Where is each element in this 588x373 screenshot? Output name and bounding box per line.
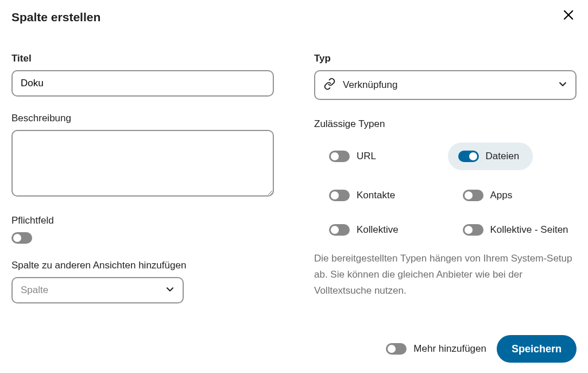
allowed-type-apps[interactable]: Apps [448,186,577,205]
allowed-type-url[interactable]: URL [314,143,443,170]
right-column: Typ Verknüpfung Zulässige Typen URL [314,53,577,320]
allowed-type-label: Kollektive - Seiten [490,224,568,236]
allowed-type-label: Apps [490,190,513,201]
allowed-type-kontakte[interactable]: Kontakte [314,186,443,205]
type-label: Typ [314,53,577,64]
allowed-type-label: Kollektive [357,224,399,236]
type-value: Verknüpfung [343,79,397,91]
allowed-type-label: URL [357,151,376,162]
allowed-type-label: Kontakte [357,190,395,201]
toggle-kollektive[interactable] [329,224,350,236]
chevron-down-icon [165,284,175,296]
toggle-dateien[interactable] [458,151,479,162]
add-to-views-label: Spalte zu anderen Ansichten hinzufügen [11,260,274,271]
type-select[interactable]: Verknüpfung [314,70,577,100]
description-input[interactable] [11,130,274,197]
allowed-type-kollektive[interactable]: Kollektive [314,221,443,239]
description-label: Beschreibung [11,113,274,124]
mandatory-toggle[interactable] [11,232,32,244]
dialog-title: Spalte erstellen [11,10,100,24]
chevron-down-icon [558,79,567,91]
mandatory-label: Pflichtfeld [11,215,274,226]
allowed-type-label: Dateien [486,151,520,162]
allowed-type-dateien[interactable]: Dateien [448,143,533,170]
allowed-type-kollektive-seiten[interactable]: Kollektive - Seiten [448,221,577,239]
toggle-apps[interactable] [463,190,483,201]
add-more-toggle[interactable] [386,343,407,355]
allowed-types-label: Zulässige Typen [314,118,577,130]
toggle-url[interactable] [329,151,350,162]
save-button[interactable]: Speichern [497,335,577,363]
allowed-types-help: Die bereitgestellten Typen hängen von Ih… [314,251,577,299]
add-more-label: Mehr hinzufügen [413,343,486,355]
allowed-types-grid: URL Dateien Kontakte Apps Kollektive [314,143,577,239]
toggle-kontakte[interactable] [329,190,350,201]
add-to-views-placeholder: Spalte [21,284,48,296]
title-input[interactable] [11,70,274,97]
add-more-group: Mehr hinzufügen [386,343,486,355]
close-icon[interactable] [560,7,577,23]
toggle-kollektive-seiten[interactable] [463,224,483,236]
add-to-views-select[interactable]: Spalte [11,277,184,303]
dialog-footer: Mehr hinzufügen Speichern [386,335,577,363]
left-column: Titel Beschreibung Pflichtfeld Spalte zu… [11,53,274,320]
link-icon [323,78,336,93]
title-label: Titel [11,53,274,64]
